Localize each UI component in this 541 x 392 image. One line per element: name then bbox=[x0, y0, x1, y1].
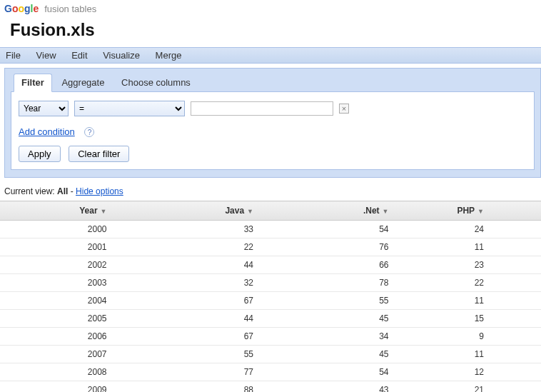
table-cell: 67 bbox=[136, 292, 271, 310]
brand-product: fusion tables bbox=[44, 4, 96, 14]
table-cell: 44 bbox=[136, 256, 271, 274]
col-header-net[interactable]: .Net▼ bbox=[270, 201, 406, 221]
current-view-line: Current view: All - Hide options bbox=[0, 184, 541, 201]
table-row[interactable]: 2007554511 bbox=[0, 346, 541, 363]
add-condition-link[interactable]: Add condition bbox=[19, 126, 75, 137]
options-panel: Filter Aggregate Choose columns Year = ×… bbox=[4, 68, 541, 178]
table-body: 2000335424200122761120024466232003327822… bbox=[0, 221, 541, 393]
tab-aggregate[interactable]: Aggregate bbox=[54, 74, 111, 91]
table-cell: 24 bbox=[406, 221, 542, 238]
table-cell: 11 bbox=[406, 292, 542, 310]
help-icon[interactable]: ? bbox=[84, 127, 94, 137]
table-cell: 67 bbox=[136, 328, 271, 346]
table-cell: 23 bbox=[406, 256, 542, 274]
table-cell: 66 bbox=[270, 256, 406, 274]
hide-options-link[interactable]: Hide options bbox=[76, 186, 123, 196]
table-row[interactable]: 2005444515 bbox=[0, 310, 541, 328]
sort-icon: ▼ bbox=[101, 208, 107, 215]
table-cell: 77 bbox=[136, 363, 271, 381]
table-row[interactable]: 2000335424 bbox=[0, 221, 541, 238]
table-cell: 2005 bbox=[0, 310, 136, 328]
menu-visualize[interactable]: Visualize bbox=[103, 50, 140, 61]
filter-operator-select[interactable]: = bbox=[74, 101, 185, 116]
table-row[interactable]: 200667349 bbox=[0, 328, 541, 346]
clear-filter-button[interactable]: Clear filter bbox=[69, 146, 129, 162]
table-row[interactable]: 2002446623 bbox=[0, 256, 541, 274]
filter-column-select[interactable]: Year bbox=[19, 101, 69, 116]
page-title: Fusion.xls bbox=[0, 16, 541, 47]
table-cell: 11 bbox=[406, 238, 542, 256]
apply-button[interactable]: Apply bbox=[19, 146, 61, 162]
table-cell: 2008 bbox=[0, 363, 136, 381]
table-cell: 22 bbox=[406, 274, 542, 292]
menu-merge[interactable]: Merge bbox=[156, 50, 182, 61]
col-header-php[interactable]: PHP▼ bbox=[406, 201, 542, 221]
tabbar: Filter Aggregate Choose columns bbox=[11, 73, 535, 92]
tab-columns[interactable]: Choose columns bbox=[114, 74, 198, 91]
menu-edit[interactable]: Edit bbox=[71, 50, 87, 61]
table-cell: 2001 bbox=[0, 238, 136, 256]
table-cell: 88 bbox=[136, 381, 271, 393]
table-row[interactable]: 2003327822 bbox=[0, 274, 541, 292]
table-cell: 2002 bbox=[0, 256, 136, 274]
table-cell: 76 bbox=[270, 238, 406, 256]
table-cell: 78 bbox=[270, 274, 406, 292]
table-cell: 2007 bbox=[0, 346, 136, 363]
table-cell: 2004 bbox=[0, 292, 136, 310]
col-header-java[interactable]: Java▼ bbox=[136, 201, 271, 221]
current-view-name: All bbox=[57, 186, 68, 196]
table-row[interactable]: 2004675511 bbox=[0, 292, 541, 310]
table-cell: 21 bbox=[406, 381, 542, 393]
table-row[interactable]: 2009884321 bbox=[0, 381, 541, 393]
col-header-year[interactable]: Year▼ bbox=[0, 201, 136, 221]
clear-value-icon[interactable]: × bbox=[339, 104, 349, 114]
table-row[interactable]: 2008775412 bbox=[0, 363, 541, 381]
sort-icon: ▼ bbox=[477, 208, 484, 215]
table-cell: 54 bbox=[270, 221, 406, 238]
tab-filter[interactable]: Filter bbox=[14, 74, 52, 92]
table-header-row: Year▼ Java▼ .Net▼ PHP▼ bbox=[0, 201, 541, 221]
table-cell: 45 bbox=[270, 310, 406, 328]
table-cell: 45 bbox=[270, 346, 406, 363]
table-cell: 32 bbox=[136, 274, 271, 292]
table-cell: 12 bbox=[406, 363, 542, 381]
table-cell: 9 bbox=[406, 328, 542, 346]
table-cell: 55 bbox=[136, 346, 271, 363]
filter-value-input[interactable] bbox=[191, 101, 333, 116]
filter-body: Year = × Add condition ? Apply Clear fil… bbox=[11, 92, 535, 170]
table-cell: 55 bbox=[270, 292, 406, 310]
table-cell: 11 bbox=[406, 346, 542, 363]
table-cell: 43 bbox=[270, 381, 406, 393]
current-view-prefix: Current view: bbox=[4, 186, 57, 196]
menubar: File View Edit Visualize Merge bbox=[0, 47, 541, 64]
table-cell: 33 bbox=[136, 221, 271, 238]
sort-icon: ▼ bbox=[247, 208, 253, 215]
menu-view[interactable]: View bbox=[36, 50, 56, 61]
data-table: Year▼ Java▼ .Net▼ PHP▼ 20003354242001227… bbox=[0, 201, 541, 392]
table-cell: 54 bbox=[270, 363, 406, 381]
table-cell: 2006 bbox=[0, 328, 136, 346]
table-row[interactable]: 2001227611 bbox=[0, 238, 541, 256]
brand-logo: Google fusion tables bbox=[0, 0, 541, 16]
table-cell: 44 bbox=[136, 310, 271, 328]
table-cell: 2003 bbox=[0, 274, 136, 292]
table-cell: 2000 bbox=[0, 221, 136, 238]
table-cell: 22 bbox=[136, 238, 271, 256]
table-cell: 2009 bbox=[0, 381, 136, 393]
table-cell: 15 bbox=[406, 310, 542, 328]
table-cell: 34 bbox=[270, 328, 406, 346]
sort-icon: ▼ bbox=[383, 208, 389, 215]
menu-file[interactable]: File bbox=[6, 50, 21, 61]
